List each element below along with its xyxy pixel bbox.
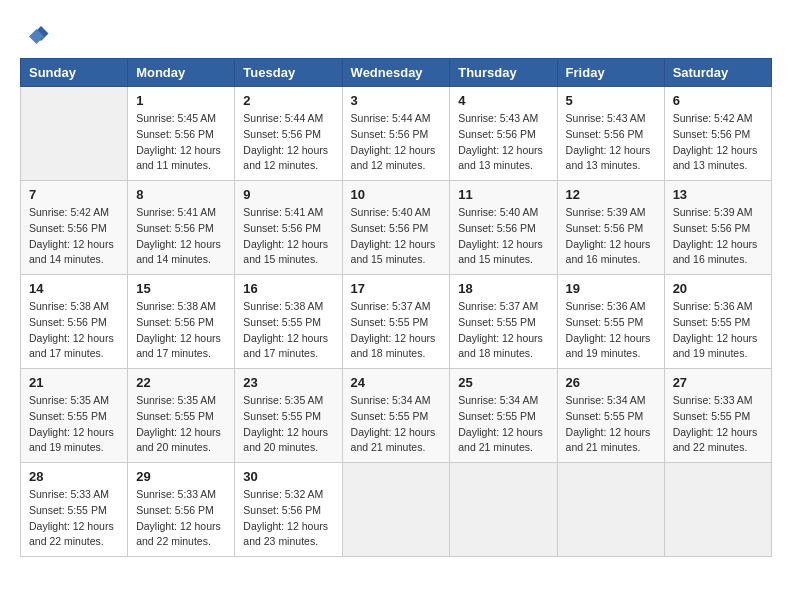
- day-number: 13: [673, 187, 763, 202]
- page-header: [20, 20, 772, 50]
- calendar-cell: 22Sunrise: 5:35 AM Sunset: 5:55 PM Dayli…: [128, 369, 235, 463]
- day-info: Sunrise: 5:39 AM Sunset: 5:56 PM Dayligh…: [673, 205, 763, 268]
- calendar-cell: [21, 87, 128, 181]
- day-info: Sunrise: 5:34 AM Sunset: 5:55 PM Dayligh…: [458, 393, 548, 456]
- day-number: 19: [566, 281, 656, 296]
- header-row: SundayMondayTuesdayWednesdayThursdayFrid…: [21, 59, 772, 87]
- day-number: 20: [673, 281, 763, 296]
- calendar-cell: 9Sunrise: 5:41 AM Sunset: 5:56 PM Daylig…: [235, 181, 342, 275]
- day-number: 6: [673, 93, 763, 108]
- day-number: 30: [243, 469, 333, 484]
- calendar-cell: [664, 463, 771, 557]
- calendar-cell: 29Sunrise: 5:33 AM Sunset: 5:56 PM Dayli…: [128, 463, 235, 557]
- day-number: 17: [351, 281, 442, 296]
- day-number: 24: [351, 375, 442, 390]
- day-number: 10: [351, 187, 442, 202]
- calendar-table: SundayMondayTuesdayWednesdayThursdayFrid…: [20, 58, 772, 557]
- day-info: Sunrise: 5:35 AM Sunset: 5:55 PM Dayligh…: [136, 393, 226, 456]
- day-info: Sunrise: 5:32 AM Sunset: 5:56 PM Dayligh…: [243, 487, 333, 550]
- day-info: Sunrise: 5:39 AM Sunset: 5:56 PM Dayligh…: [566, 205, 656, 268]
- day-number: 21: [29, 375, 119, 390]
- calendar-cell: 4Sunrise: 5:43 AM Sunset: 5:56 PM Daylig…: [450, 87, 557, 181]
- calendar-cell: 8Sunrise: 5:41 AM Sunset: 5:56 PM Daylig…: [128, 181, 235, 275]
- day-info: Sunrise: 5:43 AM Sunset: 5:56 PM Dayligh…: [566, 111, 656, 174]
- day-info: Sunrise: 5:44 AM Sunset: 5:56 PM Dayligh…: [243, 111, 333, 174]
- day-number: 3: [351, 93, 442, 108]
- calendar-cell: 21Sunrise: 5:35 AM Sunset: 5:55 PM Dayli…: [21, 369, 128, 463]
- calendar-cell: 17Sunrise: 5:37 AM Sunset: 5:55 PM Dayli…: [342, 275, 450, 369]
- calendar-cell: 23Sunrise: 5:35 AM Sunset: 5:55 PM Dayli…: [235, 369, 342, 463]
- calendar-cell: 12Sunrise: 5:39 AM Sunset: 5:56 PM Dayli…: [557, 181, 664, 275]
- day-number: 29: [136, 469, 226, 484]
- calendar-cell: 15Sunrise: 5:38 AM Sunset: 5:56 PM Dayli…: [128, 275, 235, 369]
- day-info: Sunrise: 5:43 AM Sunset: 5:56 PM Dayligh…: [458, 111, 548, 174]
- day-info: Sunrise: 5:35 AM Sunset: 5:55 PM Dayligh…: [243, 393, 333, 456]
- day-info: Sunrise: 5:38 AM Sunset: 5:55 PM Dayligh…: [243, 299, 333, 362]
- day-number: 26: [566, 375, 656, 390]
- week-row-1: 1Sunrise: 5:45 AM Sunset: 5:56 PM Daylig…: [21, 87, 772, 181]
- logo: [20, 20, 54, 50]
- calendar-cell: 11Sunrise: 5:40 AM Sunset: 5:56 PM Dayli…: [450, 181, 557, 275]
- day-header-friday: Friday: [557, 59, 664, 87]
- calendar-cell: 10Sunrise: 5:40 AM Sunset: 5:56 PM Dayli…: [342, 181, 450, 275]
- calendar-cell: [450, 463, 557, 557]
- day-info: Sunrise: 5:45 AM Sunset: 5:56 PM Dayligh…: [136, 111, 226, 174]
- day-info: Sunrise: 5:42 AM Sunset: 5:56 PM Dayligh…: [673, 111, 763, 174]
- day-info: Sunrise: 5:33 AM Sunset: 5:56 PM Dayligh…: [136, 487, 226, 550]
- day-number: 14: [29, 281, 119, 296]
- day-info: Sunrise: 5:36 AM Sunset: 5:55 PM Dayligh…: [566, 299, 656, 362]
- day-info: Sunrise: 5:36 AM Sunset: 5:55 PM Dayligh…: [673, 299, 763, 362]
- day-number: 11: [458, 187, 548, 202]
- day-number: 16: [243, 281, 333, 296]
- day-header-thursday: Thursday: [450, 59, 557, 87]
- day-number: 27: [673, 375, 763, 390]
- day-header-tuesday: Tuesday: [235, 59, 342, 87]
- calendar-cell: 3Sunrise: 5:44 AM Sunset: 5:56 PM Daylig…: [342, 87, 450, 181]
- calendar-cell: 19Sunrise: 5:36 AM Sunset: 5:55 PM Dayli…: [557, 275, 664, 369]
- day-number: 23: [243, 375, 333, 390]
- day-info: Sunrise: 5:41 AM Sunset: 5:56 PM Dayligh…: [243, 205, 333, 268]
- week-row-3: 14Sunrise: 5:38 AM Sunset: 5:56 PM Dayli…: [21, 275, 772, 369]
- calendar-cell: 26Sunrise: 5:34 AM Sunset: 5:55 PM Dayli…: [557, 369, 664, 463]
- day-number: 12: [566, 187, 656, 202]
- day-info: Sunrise: 5:44 AM Sunset: 5:56 PM Dayligh…: [351, 111, 442, 174]
- day-info: Sunrise: 5:37 AM Sunset: 5:55 PM Dayligh…: [351, 299, 442, 362]
- week-row-2: 7Sunrise: 5:42 AM Sunset: 5:56 PM Daylig…: [21, 181, 772, 275]
- day-info: Sunrise: 5:41 AM Sunset: 5:56 PM Dayligh…: [136, 205, 226, 268]
- day-number: 2: [243, 93, 333, 108]
- day-number: 5: [566, 93, 656, 108]
- day-info: Sunrise: 5:33 AM Sunset: 5:55 PM Dayligh…: [673, 393, 763, 456]
- day-info: Sunrise: 5:37 AM Sunset: 5:55 PM Dayligh…: [458, 299, 548, 362]
- calendar-cell: 6Sunrise: 5:42 AM Sunset: 5:56 PM Daylig…: [664, 87, 771, 181]
- calendar-cell: 30Sunrise: 5:32 AM Sunset: 5:56 PM Dayli…: [235, 463, 342, 557]
- calendar-cell: 1Sunrise: 5:45 AM Sunset: 5:56 PM Daylig…: [128, 87, 235, 181]
- day-header-sunday: Sunday: [21, 59, 128, 87]
- day-number: 1: [136, 93, 226, 108]
- calendar-cell: 20Sunrise: 5:36 AM Sunset: 5:55 PM Dayli…: [664, 275, 771, 369]
- day-info: Sunrise: 5:38 AM Sunset: 5:56 PM Dayligh…: [136, 299, 226, 362]
- day-number: 22: [136, 375, 226, 390]
- day-info: Sunrise: 5:38 AM Sunset: 5:56 PM Dayligh…: [29, 299, 119, 362]
- calendar-cell: 16Sunrise: 5:38 AM Sunset: 5:55 PM Dayli…: [235, 275, 342, 369]
- day-number: 9: [243, 187, 333, 202]
- day-number: 8: [136, 187, 226, 202]
- day-info: Sunrise: 5:35 AM Sunset: 5:55 PM Dayligh…: [29, 393, 119, 456]
- logo-icon: [20, 20, 50, 50]
- calendar-cell: [342, 463, 450, 557]
- calendar-cell: 5Sunrise: 5:43 AM Sunset: 5:56 PM Daylig…: [557, 87, 664, 181]
- day-header-wednesday: Wednesday: [342, 59, 450, 87]
- calendar-cell: 25Sunrise: 5:34 AM Sunset: 5:55 PM Dayli…: [450, 369, 557, 463]
- day-info: Sunrise: 5:40 AM Sunset: 5:56 PM Dayligh…: [351, 205, 442, 268]
- day-number: 7: [29, 187, 119, 202]
- calendar-cell: 27Sunrise: 5:33 AM Sunset: 5:55 PM Dayli…: [664, 369, 771, 463]
- day-number: 18: [458, 281, 548, 296]
- week-row-5: 28Sunrise: 5:33 AM Sunset: 5:55 PM Dayli…: [21, 463, 772, 557]
- calendar-cell: 18Sunrise: 5:37 AM Sunset: 5:55 PM Dayli…: [450, 275, 557, 369]
- day-info: Sunrise: 5:42 AM Sunset: 5:56 PM Dayligh…: [29, 205, 119, 268]
- calendar-cell: 2Sunrise: 5:44 AM Sunset: 5:56 PM Daylig…: [235, 87, 342, 181]
- day-info: Sunrise: 5:34 AM Sunset: 5:55 PM Dayligh…: [566, 393, 656, 456]
- day-number: 25: [458, 375, 548, 390]
- calendar-cell: [557, 463, 664, 557]
- calendar-cell: 24Sunrise: 5:34 AM Sunset: 5:55 PM Dayli…: [342, 369, 450, 463]
- day-number: 4: [458, 93, 548, 108]
